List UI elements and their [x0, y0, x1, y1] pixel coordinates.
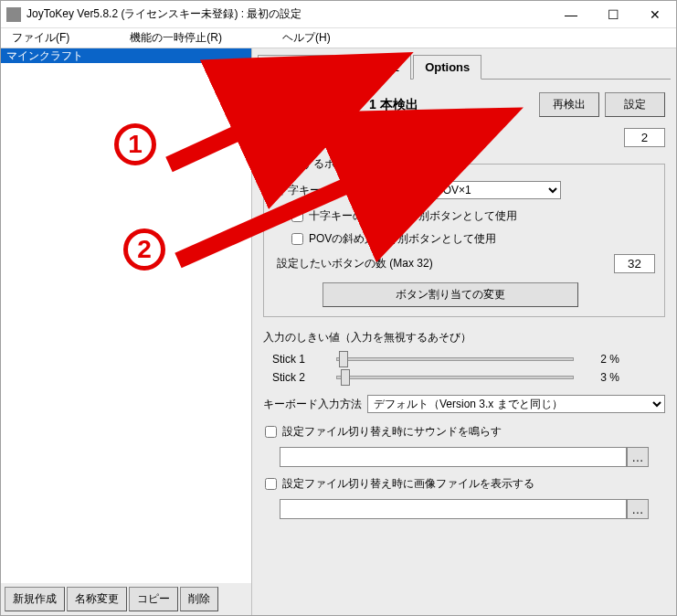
- rename-profile-button[interactable]: 名称変更: [67, 587, 127, 611]
- stick2-label: Stick 2: [272, 371, 327, 384]
- cross-diagonal-label: 十字キーの斜め入力を別ボタンとして使用: [309, 208, 517, 224]
- joystick-detect-heading: ジョイスティック 1 本検出: [263, 97, 539, 113]
- button-count-label: 設定したいボタンの数 (Max 32): [277, 256, 433, 271]
- pov-label: 十字キー・POV: [277, 183, 354, 198]
- profile-buttons: 新規作成 名称変更 コピー 削除: [1, 583, 251, 615]
- redetect-button[interactable]: 再検出: [539, 92, 599, 117]
- cross-diagonal-checkbox[interactable]: [291, 210, 303, 222]
- image-on-switch-checkbox[interactable]: [265, 478, 277, 490]
- copy-profile-button[interactable]: コピー: [129, 587, 178, 611]
- close-button[interactable]: ✕: [634, 1, 676, 28]
- image-on-switch-label: 設定ファイル切り替え時に画像ファイルを表示する: [282, 476, 534, 492]
- tab-strip: Joystick 1 Joystick 2 Options: [258, 54, 671, 80]
- content-panel: Joystick 1 Joystick 2 Options ジョイスティック 1…: [252, 48, 676, 615]
- options-panel: ジョイスティック 1 本検出 再検出 設定 設定したいジョイスティックの数 (M…: [258, 83, 671, 534]
- menu-file[interactable]: ファイル(F): [5, 27, 77, 48]
- pov-select[interactable]: 十字キー×2 + POV×1: [360, 181, 561, 199]
- delete-profile-button[interactable]: 削除: [180, 587, 218, 611]
- joystick-count-label: 設定したいジョイスティックの数 (Max 32): [263, 130, 474, 145]
- app-window: JoyToKey Ver5.8.2 (ライセンスキー未登録) : 最初の設定 —…: [0, 0, 677, 616]
- window-title: JoyToKey Ver5.8.2 (ライセンスキー未登録) : 最初の設定: [26, 6, 550, 22]
- pov-diagonal-checkbox[interactable]: [291, 233, 303, 245]
- menu-pause[interactable]: 機能の一時停止(R): [122, 27, 229, 48]
- titlebar: JoyToKey Ver5.8.2 (ライセンスキー未登録) : 最初の設定 —…: [1, 1, 676, 28]
- heading-prefix: ジョイスティック: [263, 97, 365, 112]
- joystick-count-input[interactable]: [624, 128, 665, 147]
- image-browse-button[interactable]: …: [627, 499, 649, 519]
- stick2-percent: 3 %: [583, 371, 619, 384]
- sound-file-input[interactable]: [280, 447, 627, 467]
- main-area: マインクラフト 新規作成 名称変更 コピー 削除 Joystick 1 Joys…: [1, 48, 676, 615]
- new-profile-button[interactable]: 新規作成: [5, 587, 65, 611]
- button-display-legend: 表示するボタン設定: [277, 156, 383, 172]
- minimize-button[interactable]: —: [550, 1, 592, 28]
- tab-joystick2[interactable]: Joystick 2: [335, 55, 411, 80]
- keyboard-method-label: キーボード入力方法: [263, 397, 362, 412]
- button-display-group: 表示するボタン設定 十字キー・POV 十字キー×2 + POV×1 十字キーの斜…: [263, 156, 665, 317]
- tab-options[interactable]: Options: [413, 55, 481, 80]
- button-count-input[interactable]: [614, 254, 655, 273]
- app-icon: [6, 7, 21, 22]
- profile-list[interactable]: マインクラフト: [1, 48, 251, 583]
- threshold-label: 入力のしきい値（入力を無視するあそび）: [263, 330, 665, 345]
- stick1-percent: 2 %: [583, 353, 619, 366]
- profile-sidebar: マインクラフト 新規作成 名称変更 コピー 削除: [1, 48, 252, 615]
- heading-suffix: 1 本検出: [369, 97, 418, 112]
- stick1-slider[interactable]: [336, 357, 574, 361]
- stick1-label: Stick 1: [272, 353, 327, 366]
- sound-browse-button[interactable]: …: [627, 447, 649, 467]
- sound-on-switch-label: 設定ファイル切り替え時にサウンドを鳴らす: [282, 424, 502, 440]
- keyboard-method-select[interactable]: デフォルト（Version 3.x までと同じ）: [367, 395, 665, 413]
- maximize-button[interactable]: ☐: [592, 1, 634, 28]
- menubar: ファイル(F) 機能の一時停止(R) ヘルプ(H): [1, 28, 676, 48]
- pov-diagonal-label: POVの斜め入力を別ボタンとして使用: [309, 231, 496, 247]
- settings-button[interactable]: 設定: [605, 92, 665, 117]
- menu-help[interactable]: ヘルプ(H): [275, 27, 338, 48]
- change-assignment-button[interactable]: ボタン割り当ての変更: [323, 282, 578, 307]
- stick2-slider[interactable]: [336, 376, 574, 379]
- profile-item[interactable]: マインクラフト: [1, 48, 251, 63]
- tab-joystick1[interactable]: Joystick 1: [258, 55, 333, 80]
- sound-on-switch-checkbox[interactable]: [265, 426, 277, 438]
- image-file-input[interactable]: [280, 499, 627, 519]
